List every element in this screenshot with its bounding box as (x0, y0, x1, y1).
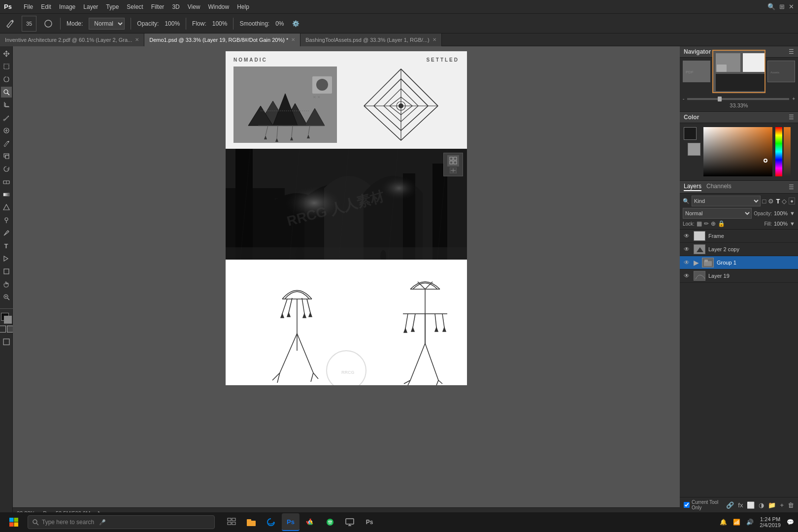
lock-all[interactable]: 🔒 (718, 220, 725, 227)
menu-select[interactable]: Select (127, 3, 143, 10)
chrome-taskbar[interactable] (301, 513, 319, 531)
menu-filter[interactable]: Filter (151, 3, 165, 10)
mask-icon[interactable]: ⬜ (747, 501, 755, 509)
layer-filter-pixel[interactable]: □ (763, 198, 766, 205)
eraser-tool[interactable] (1, 176, 12, 187)
network-icon[interactable]: 📶 (733, 519, 740, 526)
gradient-tool[interactable] (1, 189, 12, 200)
menu-window[interactable]: Window (208, 3, 230, 10)
current-tool-checkbox[interactable] (684, 502, 690, 508)
standard-mode[interactable] (0, 326, 6, 332)
cortana-mic-icon[interactable]: 🎤 (99, 519, 106, 526)
delete-layer-icon[interactable]: 🗑 (788, 501, 794, 509)
foreground-color[interactable] (1, 313, 12, 324)
nav-zoom-track[interactable] (687, 98, 789, 100)
nav-zoom-minus[interactable]: - (683, 96, 684, 101)
nav-thumb-3[interactable]: Assets (767, 61, 795, 82)
tab-architecture-close[interactable]: ✕ (135, 37, 139, 42)
menu-3d[interactable]: 3D (172, 3, 179, 10)
menu-file[interactable]: File (24, 3, 33, 10)
hand-tool[interactable] (1, 279, 12, 290)
foreground-swatch[interactable] (684, 127, 697, 140)
layer-frame[interactable]: 👁 Frame (680, 230, 798, 243)
close-app-icon[interactable]: ✕ (789, 3, 794, 10)
lock-move[interactable]: ⊕ (711, 220, 716, 227)
color-spectrum[interactable] (775, 127, 782, 176)
tab-bashing-close[interactable]: ✕ (432, 37, 436, 42)
menu-layer[interactable]: Layer (83, 3, 98, 10)
menu-image[interactable]: Image (59, 3, 75, 10)
taskview-button[interactable] (223, 513, 240, 531)
dodge-tool[interactable] (1, 215, 12, 226)
color-gradient-picker[interactable] (703, 127, 772, 176)
explorer-taskbar[interactable] (242, 513, 260, 531)
group1-expand-icon[interactable]: ▶ (694, 259, 699, 266)
history-brush-tool[interactable] (1, 164, 12, 174)
adjustment-icon[interactable]: ◑ (759, 501, 764, 509)
taskbar-search[interactable]: Type here to search 🎤 (28, 515, 215, 529)
background-swatch[interactable] (688, 143, 700, 156)
brush-tool-icon[interactable] (4, 18, 16, 30)
tab-bashing[interactable]: BashingToolAssets.psd @ 33.3% (Layer 1, … (300, 33, 441, 46)
fx-icon[interactable]: fx (738, 501, 743, 509)
layer-visibility-2copy[interactable]: 👁 (683, 246, 691, 253)
action-center-icon[interactable]: 💬 (787, 519, 794, 526)
lasso-tool[interactable] (1, 74, 12, 85)
layers-tab-channels[interactable]: Channels (706, 183, 732, 191)
layer-visibility-frame[interactable]: 👁 (683, 233, 691, 239)
nav-zoom-plus[interactable]: + (792, 96, 795, 101)
layer-group1[interactable]: 👁 ▶ Group 1 (680, 256, 798, 269)
clone-stamp-tool[interactable] (1, 151, 12, 162)
menu-view[interactable]: View (188, 3, 200, 10)
color-menu-icon[interactable]: ☰ (789, 114, 794, 121)
layers-kind-select[interactable]: Kind (692, 196, 761, 206)
tab-demo[interactable]: Demo1.psd @ 33.3% (Layer 19, RGB/8#/Dot … (144, 33, 300, 46)
move-tool[interactable] (1, 48, 12, 59)
mini-panel-secondary[interactable] (447, 167, 459, 174)
magic-wand-tool[interactable] (1, 87, 12, 98)
layers-menu-icon[interactable]: ☰ (789, 184, 794, 191)
menu-help[interactable]: Help (237, 3, 249, 10)
spotify-taskbar[interactable] (321, 513, 339, 531)
tab-demo-close[interactable]: ✕ (291, 37, 295, 42)
eyedropper-tool[interactable] (1, 112, 12, 123)
layer-filter-smart[interactable]: ● (789, 198, 795, 204)
lock-pixels[interactable]: ▦ (697, 220, 702, 227)
layers-tab-layers[interactable]: Layers (684, 183, 701, 191)
nav-thumb-1[interactable]: PDF (683, 61, 710, 82)
layer-visibility-group1[interactable]: 👁 (683, 259, 691, 266)
fill-dropdown[interactable]: ▼ (790, 221, 795, 227)
edge-taskbar[interactable] (262, 513, 280, 531)
layer-19[interactable]: 👁 Layer 19 (680, 269, 798, 283)
screen-mode-icon[interactable] (1, 336, 12, 347)
nav-thumb-main[interactable] (712, 50, 765, 93)
navigator-menu-icon[interactable]: ☰ (789, 48, 794, 55)
lock-position[interactable]: ✏ (704, 220, 709, 227)
brush-shape-icon[interactable] (42, 18, 54, 30)
shape-tool[interactable] (1, 266, 12, 277)
volume-icon[interactable]: 🔊 (746, 519, 754, 526)
ps2-taskbar[interactable]: Ps (361, 513, 378, 531)
heal-tool[interactable] (1, 125, 12, 136)
mini-panel-icon[interactable] (447, 155, 459, 166)
monitor-taskbar[interactable] (341, 513, 359, 531)
layer-filter-shape[interactable]: ◇ (782, 198, 787, 205)
menu-type[interactable]: Type (106, 3, 119, 10)
new-layer-icon[interactable]: + (780, 501, 784, 509)
tab-architecture[interactable]: Inventive Architecture 2.pdf @ 60.1% (La… (0, 33, 144, 46)
arrange-icon[interactable]: ⊞ (779, 3, 785, 10)
layer-2-copy[interactable]: 👁 Layer 2 copy (680, 243, 798, 256)
blend-mode-select[interactable]: Normal (683, 208, 752, 219)
zoom-tool[interactable] (1, 292, 12, 302)
settings-icon[interactable]: ⚙️ (290, 18, 302, 30)
color-alpha-slider[interactable] (784, 127, 791, 176)
layer-visibility-19[interactable]: 👁 (683, 272, 691, 279)
layer-filter-text[interactable]: T (776, 198, 780, 205)
start-button[interactable] (4, 512, 24, 532)
opacity-dropdown[interactable]: ▼ (790, 210, 795, 216)
brush-tool[interactable] (1, 138, 12, 149)
layer-filter-adjust[interactable]: ⚙ (768, 198, 774, 205)
photoshop-taskbar[interactable]: Ps (282, 513, 299, 531)
crop-tool[interactable] (1, 100, 12, 110)
path-select-tool[interactable] (1, 253, 12, 264)
